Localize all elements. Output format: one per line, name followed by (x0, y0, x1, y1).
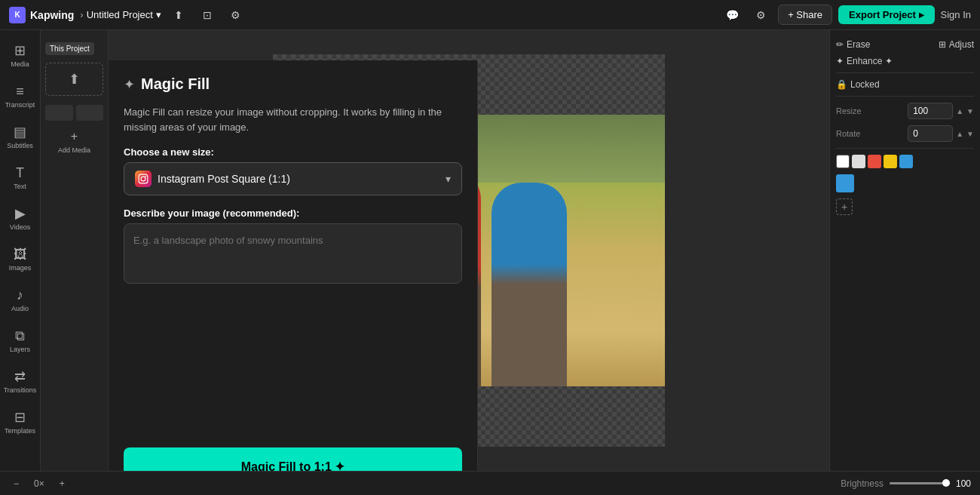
share-button[interactable]: + Share (778, 5, 832, 25)
color-swatch-white[interactable] (836, 155, 850, 168)
rotate-down-icon[interactable]: ▼ (966, 130, 974, 138)
text-icon: T (16, 165, 24, 181)
settings-icon[interactable]: ⚙ (225, 4, 247, 26)
size-section: Choose a new size: Instagram Post Square… (124, 146, 462, 195)
sidebar-item-templates[interactable]: ⊟ Templates (4, 403, 37, 441)
sidebar-item-label-transcript: Transcript (5, 101, 35, 109)
images-icon: 🖼 (14, 247, 27, 263)
rotate-input[interactable] (908, 125, 953, 142)
sidebar-item-label-audio: Audio (11, 305, 29, 312)
rs-locked-row: 🔒 Locked (836, 76, 974, 93)
describe-textarea[interactable] (124, 223, 462, 284)
sidebar-item-audio[interactable]: ♪ Audio (4, 281, 37, 318)
resize-input-row: ▲ ▼ (908, 103, 974, 119)
sidebar-item-label-media: Media (11, 60, 29, 68)
zoom-in-button[interactable]: + (55, 477, 69, 490)
sidebar-item-transitions[interactable]: ⇄ Transitions (4, 362, 37, 400)
media-thumb-1[interactable] (45, 105, 73, 121)
sidebar-item-videos[interactable]: ▶ Videos (4, 199, 37, 237)
size-dropdown[interactable]: Instagram Post Square (1:1) ▾ (124, 162, 462, 195)
chat-icon[interactable]: 💬 (721, 4, 743, 26)
media-thumb-2[interactable] (76, 105, 104, 121)
app-name: Kapwing (30, 9, 74, 21)
sidebar-item-images[interactable]: 🖼 Images (4, 240, 37, 278)
erase-button[interactable]: ✏ Erase (836, 39, 870, 50)
resize-label: Resize (836, 106, 862, 115)
magic-fill-modal: ✦ Magic Fill Magic Fill can resize your … (109, 60, 478, 471)
sidebar-item-label-subtitles: Subtitles (7, 142, 33, 149)
gear-icon[interactable]: ⚙ (749, 4, 772, 26)
color-swatches (836, 155, 974, 168)
resize-down-icon[interactable]: ▼ (966, 107, 974, 115)
subtitles-icon: ▤ (14, 124, 26, 140)
right-sidebar: ✏ Erase ⊞ Adjust ✦ Enhance ✦ 🔒 Locked Re… (829, 30, 980, 471)
export-button[interactable]: Export Project ▸ (838, 5, 934, 24)
transcript-icon: ≡ (16, 84, 24, 100)
size-section-label: Choose a new size: (124, 146, 462, 158)
preview-icon[interactable]: ⊡ (196, 4, 219, 26)
color-swatch-blue[interactable] (899, 155, 913, 168)
instagram-icon (135, 171, 152, 187)
add-color-button[interactable]: + (836, 198, 853, 215)
sidebar-item-media[interactable]: ⊞ Media (4, 36, 37, 74)
sidebar-item-text[interactable]: T Text (4, 158, 37, 196)
zoom-value: 0× (29, 477, 49, 490)
brightness-slider-fill (890, 482, 950, 484)
canvas-area: ✦ Magic Fill Magic Fill can resize your … (109, 30, 829, 471)
sidebar-item-layers[interactable]: ⧉ Layers (4, 321, 37, 359)
brightness-slider[interactable] (890, 482, 950, 484)
media-panel-header (41, 30, 108, 39)
add-media-label: Add Media (58, 146, 90, 154)
topbar-left: K Kapwing › Untitled Project ▾ ⬆ ⊡ ⚙ (9, 4, 247, 26)
magic-fill-cta-button[interactable]: Magic Fill to 1:1 ✦ (124, 447, 462, 471)
color-swatch-gray[interactable] (852, 155, 865, 168)
enhance-icon: ✦ (836, 56, 844, 66)
videos-icon: ▶ (15, 205, 26, 222)
upload-area[interactable]: ⬆ (45, 63, 103, 96)
kapwing-logo[interactable]: K Kapwing (9, 7, 74, 23)
transitions-icon: ⇄ (14, 368, 26, 385)
signin-button[interactable]: Sign In (941, 9, 971, 20)
brightness-knob (942, 479, 950, 487)
rs-enhance-row: ✦ Enhance ✦ (836, 53, 974, 69)
chevron-down-icon: ▾ (446, 173, 451, 185)
lock-icon: 🔒 (836, 79, 847, 90)
rs-divider-3 (836, 148, 974, 149)
resize-input[interactable] (908, 103, 953, 119)
sidebar-item-subtitles[interactable]: ▤ Subtitles (4, 118, 37, 155)
adjust-button[interactable]: ⊞ Adjust (939, 39, 974, 50)
brightness-value: 100 (956, 478, 971, 489)
color-swatch-selected[interactable] (836, 174, 854, 192)
project-name[interactable]: Untitled Project ▾ (87, 9, 161, 20)
upload-icon[interactable]: ⬆ (167, 4, 190, 26)
sidebar-item-transcript[interactable]: ≡ Transcript (4, 77, 37, 115)
resize-up-icon[interactable]: ▲ (956, 107, 963, 115)
magic-fill-wand-icon: ✦ (124, 76, 135, 93)
enhance-button[interactable]: ✦ Enhance ✦ (836, 56, 893, 66)
svg-rect-0 (139, 174, 148, 183)
rs-rotate-row: Rotate ▲ ▼ (836, 122, 974, 145)
add-media-area[interactable]: + Add Media (45, 130, 103, 154)
bottom-left: − 0× + (9, 477, 69, 490)
breadcrumb: › Untitled Project ▾ (80, 9, 161, 20)
upload-icon: ⬆ (69, 71, 80, 88)
color-swatch-red[interactable] (868, 155, 881, 168)
magic-fill-title: Magic Fill (141, 75, 210, 93)
zoom-out-button[interactable]: − (9, 477, 23, 490)
add-media-icon: + (71, 130, 78, 143)
color-swatch-yellow[interactable] (884, 155, 897, 168)
locked-toggle[interactable]: 🔒 Locked (836, 79, 880, 90)
svg-point-1 (141, 177, 145, 181)
kapwing-logo-icon: K (9, 7, 26, 23)
left-sidebar: ⊞ Media ≡ Transcript ▤ Subtitles T Text … (0, 30, 41, 471)
rs-resize-row: Resize ▲ ▼ (836, 100, 974, 122)
media-tabs: This Project (41, 39, 108, 58)
rotate-up-icon[interactable]: ▲ (956, 130, 963, 138)
size-dropdown-left: Instagram Post Square (1:1) (135, 171, 290, 187)
svg-point-2 (145, 176, 146, 177)
rs-divider-2 (836, 96, 974, 97)
rs-add-color-row: + (836, 198, 974, 215)
layers-icon: ⧉ (15, 328, 25, 344)
media-panel: This Project ⬆ + Add Media (41, 30, 109, 471)
tab-this-project[interactable]: This Project (45, 42, 94, 55)
